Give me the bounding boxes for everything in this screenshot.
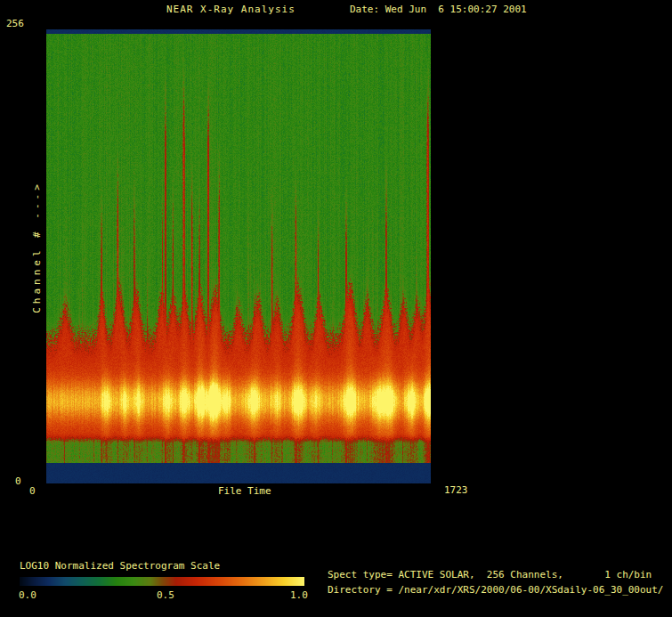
y-axis-max-label: 256 bbox=[6, 18, 24, 29]
x-axis-min-label: 0 bbox=[29, 485, 36, 497]
date-label: Date: Wed Jun 6 15:00:27 2001 bbox=[350, 4, 527, 15]
page-title: NEAR X-Ray Analysis bbox=[166, 4, 296, 15]
x-axis-max-label: 1723 bbox=[444, 484, 468, 496]
colorbar-tick-mid: 0.5 bbox=[157, 589, 174, 601]
directory-line: Directory = /near/xdr/XRS/2000/06-00/XSd… bbox=[328, 584, 664, 596]
colorbar-tick-low: 0.0 bbox=[19, 589, 36, 601]
y-axis-min-label: 0 bbox=[15, 475, 21, 487]
spectrogram-canvas bbox=[46, 29, 431, 483]
y-axis-title: Channel # ---> bbox=[31, 176, 43, 319]
x-axis-title: File Time bbox=[218, 485, 271, 497]
colorbar-tick-high: 1.0 bbox=[290, 589, 308, 601]
xray-analysis-window: NEAR X-Ray Analysis Date: Wed Jun 6 15:0… bbox=[0, 0, 672, 617]
colorbar-canvas bbox=[20, 577, 304, 586]
colorbar-title: LOG10 Normalized Spectrogram Scale bbox=[20, 560, 220, 572]
spect-type-line: Spect type= ACTIVE SOLAR, 256 Channels, … bbox=[328, 569, 652, 580]
